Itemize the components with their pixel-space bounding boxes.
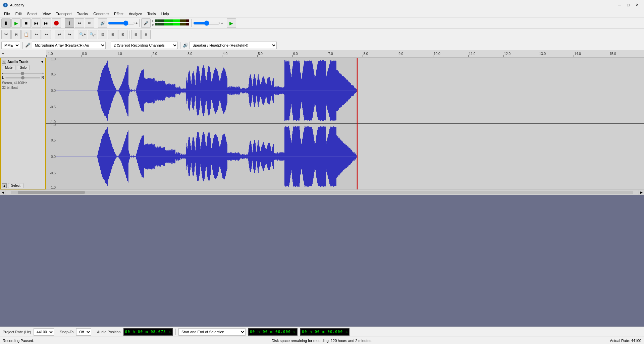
track-info-line2: 32-bit float (2, 85, 44, 90)
stop-button[interactable]: ■ (21, 18, 31, 28)
menu-file[interactable]: File (1, 11, 13, 16)
trim-button[interactable]: ⇔ (32, 30, 41, 39)
selection-tool[interactable]: I (65, 18, 74, 28)
menu-generate[interactable]: Generate (91, 11, 111, 16)
menu-help[interactable]: Help (159, 11, 172, 16)
scrollbar-track[interactable] (11, 191, 633, 194)
zoom-sel-button[interactable]: ⊟ (131, 30, 141, 39)
mic-device-icon: 🎤 (25, 43, 31, 48)
menu-tracks[interactable]: Tracks (74, 11, 91, 16)
record-button[interactable] (52, 18, 61, 28)
menu-analyze[interactable]: Analyze (126, 11, 145, 16)
bottom-sep-3 (175, 329, 176, 335)
envelope-tool[interactable]: ⇔ (75, 18, 84, 28)
cut-button[interactable]: ✂ (1, 30, 11, 39)
close-button[interactable]: ✕ (633, 2, 641, 8)
speaker-select[interactable]: Speaker / Headphone (Realtek(R) (190, 42, 277, 49)
mic-icon: 🎤 (141, 18, 151, 28)
menu-select[interactable]: Select (24, 11, 40, 16)
select-button[interactable]: Select (8, 183, 23, 188)
status-right: Actual Rate: 44100 (610, 339, 641, 343)
play-at-speed-button[interactable]: ▶ (227, 18, 236, 28)
silence-button[interactable]: ⇔ (42, 30, 51, 39)
skip-start-button[interactable]: ⏮ (32, 18, 41, 28)
waveform-canvas[interactable] (46, 58, 644, 189)
solo-button[interactable]: Solo (17, 65, 30, 70)
minimize-button[interactable]: ─ (615, 2, 624, 8)
menu-transport[interactable]: Transport (53, 11, 74, 16)
waveform-area[interactable] (46, 58, 644, 189)
volume-plus: + (136, 21, 138, 25)
skip-end-button[interactable]: ⏭ (42, 18, 51, 28)
snap-to-select[interactable]: Off (76, 328, 91, 336)
microphone-select[interactable]: Microphone Array (Realtek(R) Au (32, 42, 106, 49)
transport-toolbar: ⏸ ▶ ■ ⏮ ⏭ I ⇔ ✏ 🔊 + 🎤 L (0, 17, 644, 29)
draw-tool[interactable]: ✏ (85, 18, 94, 28)
extra-tool[interactable]: ⊕ (141, 30, 151, 39)
select-button-row: ▲ Select (2, 183, 44, 188)
bottom-toolbar: Project Rate (Hz) 44100 Snap-To Off Audi… (0, 327, 644, 337)
selection-format-dropdown[interactable]: Start and End of Selection (178, 328, 246, 336)
track-area: ✕ Audio Track ▼ Mute Solo - + (0, 58, 644, 189)
zoom-out-button[interactable]: 🔍- (88, 30, 97, 39)
collapse-track-button[interactable]: ▲ (2, 183, 7, 188)
track-close-button[interactable]: ✕ (2, 60, 6, 64)
pan-slider-thumb[interactable] (21, 76, 24, 79)
track-info: Stereo, 44100Hz 32-bit float (2, 81, 44, 90)
ruler-dropdown-icon: ▼ (1, 52, 5, 56)
output-volume-icon: 🔊 (98, 18, 107, 28)
fit-project-button[interactable]: ⊡ (98, 30, 107, 39)
menu-effect[interactable]: Effect (111, 11, 126, 16)
separator-1 (63, 19, 63, 27)
separator-edit-2 (76, 31, 76, 39)
menu-view[interactable]: View (40, 11, 53, 16)
scrollbar-thumb[interactable] (18, 191, 85, 194)
menubar: File Edit Select View Transport Tracks G… (0, 10, 644, 17)
track-buttons: Mute Solo (2, 65, 44, 70)
mute-button[interactable]: Mute (2, 65, 15, 70)
track-menu-dropdown[interactable]: ▼ (41, 60, 44, 64)
separator-2 (96, 19, 96, 27)
output-volume-slider[interactable] (108, 20, 135, 26)
playback-rate-plus: + (221, 21, 223, 25)
pan-slider-track (5, 77, 40, 78)
playback-rate-slider[interactable] (193, 20, 220, 26)
project-rate-select[interactable]: 44100 (34, 328, 54, 336)
track-title-row: ✕ Audio Track ▼ (2, 60, 44, 64)
pause-button[interactable]: ⏸ (1, 18, 11, 28)
separator-device-2 (108, 42, 108, 49)
menu-edit[interactable]: Edit (13, 11, 24, 16)
scroll-right-button[interactable]: ▶ (639, 190, 644, 195)
window-controls: ─ □ ✕ (615, 2, 641, 8)
menu-tools[interactable]: Tools (145, 11, 159, 16)
app-icon (3, 2, 8, 8)
audio-position-display: 00 h 00 m 08.678 s (123, 328, 173, 336)
ruler-header: ▼ (0, 50, 46, 57)
zoom-in-button[interactable]: 🔍+ (78, 30, 87, 39)
audio-host-select[interactable]: MME (1, 42, 20, 49)
play-button[interactable]: ▶ (11, 18, 21, 28)
separator-5 (225, 19, 225, 27)
speaker-icon: 🔊 (183, 43, 188, 48)
redo-button[interactable]: ↪ (65, 30, 74, 39)
track-header-inner: ✕ Audio Track ▼ Mute Solo - + (0, 58, 46, 189)
ruler-marks-area[interactable]: -1.00.01.02.03.04.05.06.07.08.09.010.011… (46, 50, 644, 57)
fit-track-button[interactable]: ⊞ (108, 30, 117, 39)
channels-select[interactable]: 2 (Stereo) Recording Channels (111, 42, 178, 49)
audio-position-label: Audio Position (97, 330, 120, 334)
copy-button[interactable]: ⎘ (11, 30, 21, 39)
scroll-left-button[interactable]: ◀ (0, 190, 5, 195)
undo-button[interactable]: ↩ (55, 30, 64, 39)
pan-row: L R (2, 76, 44, 79)
track-name: Audio Track (7, 60, 39, 64)
horizontal-scrollbar[interactable]: ◀ ▶ (0, 189, 644, 195)
gain-plus-label: + (42, 71, 44, 75)
gain-slider-thumb[interactable] (21, 72, 24, 75)
zoom-toggle-button[interactable]: ⊠ (118, 30, 127, 39)
titlebar: Audacity ─ □ ✕ (0, 0, 644, 10)
paste-button[interactable]: 📋 (21, 30, 31, 39)
maximize-button[interactable]: □ (624, 2, 633, 8)
bottom-sep-2 (94, 329, 94, 335)
separator-edit-3 (129, 31, 129, 39)
separator-edit-1 (53, 31, 53, 39)
